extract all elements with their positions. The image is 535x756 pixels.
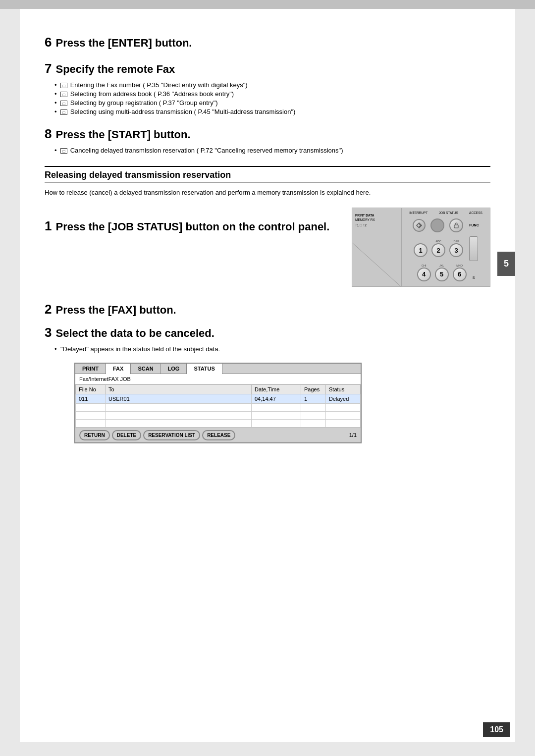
cp-left-panel: PRINT DATA MEMORY RX ↑1 □ ↑2	[352, 208, 402, 287]
svg-line-0	[352, 243, 402, 287]
step8-bullet-1: □ Canceling delayed transmission reserva…	[54, 147, 490, 154]
book-icon-5: □	[60, 148, 67, 154]
step3-bullets: "Delayed" appears in the status field of…	[54, 345, 490, 353]
step1-release-title: Press the [JOB STATUS] button on the con…	[55, 220, 329, 233]
col-date-time: Date,Time	[252, 384, 301, 394]
step3-release-title: Select the data to be canceled.	[55, 327, 214, 340]
book-icon-1: □	[60, 83, 67, 88]
cp-right-panel: INTERRUPT JOB STATUS ACCESS	[402, 208, 490, 287]
tab-fax[interactable]: FAX	[106, 364, 131, 374]
job-status-label: JOB STATUS	[439, 211, 458, 215]
col-to: To	[106, 384, 252, 394]
status-table-body: 011 USER01 04,14:47 1 Delayed	[76, 394, 361, 427]
step7-number: 7	[45, 61, 52, 76]
key-1-button[interactable]: 1	[414, 243, 428, 257]
job-title: Fax/InternetFAX JOB	[75, 374, 361, 384]
row4-status	[326, 419, 361, 427]
step1-release-row: 1 Press the [JOB STATUS] button on the c…	[45, 208, 490, 287]
step3-release-number: 3	[45, 325, 52, 340]
func-button[interactable]	[469, 236, 478, 261]
step2-release-title: Press the [FAX] button.	[55, 304, 176, 317]
col-file-no: File No	[76, 384, 106, 394]
status-table-head: File No To Date,Time Pages Status	[76, 384, 361, 394]
key-2-button[interactable]: 2	[431, 243, 445, 257]
tab-print[interactable]: PRINT	[75, 364, 106, 374]
func-label: FUNC	[469, 223, 479, 227]
key-4-button[interactable]: 4	[417, 268, 431, 281]
status-tabs: PRINT FAX SCAN LOG STATUS	[75, 364, 361, 374]
key-6-sub-top: MNO	[456, 264, 463, 267]
control-panel-image: PRINT DATA MEMORY RX ↑1 □ ↑2 INTERRUPT J…	[352, 208, 490, 287]
row1-to: USER01	[106, 394, 252, 403]
row2-date-time	[252, 403, 301, 411]
lock-icon	[453, 222, 460, 229]
cp-diagonal-svg	[352, 208, 402, 287]
access-label: ACCESS	[469, 211, 482, 215]
row1-status: Delayed	[326, 394, 361, 403]
releasing-section-title: Releasing delayed transmission reservati…	[45, 170, 490, 183]
row1-file-no: 011	[76, 394, 106, 403]
step7-title: Specify the remote Fax	[55, 63, 175, 76]
row2-pages	[301, 403, 326, 411]
key-3-sub-top: DEF	[454, 240, 459, 243]
row3-to	[106, 411, 252, 419]
key-6-button[interactable]: 6	[453, 268, 467, 281]
key-1-sub-top	[420, 240, 421, 243]
row4-date-time	[252, 419, 301, 427]
step8-heading: 8 Press the [START] button.	[45, 126, 490, 142]
step1-release-text: 1 Press the [JOB STATUS] button on the c…	[45, 208, 342, 239]
row3-date-time	[252, 411, 301, 419]
job-status-button[interactable]	[430, 218, 444, 232]
key-3-button[interactable]: 3	[449, 243, 463, 257]
return-button[interactable]: RETURN	[79, 430, 110, 440]
row4-pages	[301, 419, 326, 427]
book-icon-2: □	[60, 92, 67, 97]
table-row[interactable]: 011 USER01 04,14:47 1 Delayed	[76, 394, 361, 403]
access-button[interactable]	[449, 218, 463, 232]
page-number: 105	[483, 722, 510, 737]
step8-title: Press the [START] button.	[55, 128, 190, 141]
tab-scan[interactable]: SCAN	[131, 364, 160, 374]
interrupt-button[interactable]	[413, 219, 426, 232]
section-divider	[45, 166, 490, 167]
top-bar	[0, 0, 535, 9]
row4-to	[106, 419, 252, 427]
step3-release-heading: 3 Select the data to be canceled.	[45, 325, 490, 340]
table-row	[76, 411, 361, 419]
step2-release-heading: 2 Press the [FAX] button.	[45, 302, 490, 317]
step6-heading: 6 Press the [ENTER] button.	[45, 35, 490, 50]
row2-file-no	[76, 403, 106, 411]
delete-button[interactable]: DELETE	[112, 430, 141, 440]
step7-bullet-3: □ Selecting by group registration ( P.37…	[54, 99, 490, 107]
key-3-group: DEF 3	[449, 240, 463, 257]
row3-status	[326, 411, 361, 419]
key-6-group: MNO 6	[453, 264, 467, 281]
step8-bullets: □ Canceling delayed transmission reserva…	[54, 147, 490, 154]
key-5-button[interactable]: 5	[435, 268, 449, 281]
cp-buttons-row1: FUNC	[402, 218, 490, 232]
keypad-row1: 1 ABC 2 DEF 3	[402, 236, 490, 261]
reservation-list-button[interactable]: RESERVATION LIST	[143, 430, 200, 440]
section-number-tab: 5	[497, 252, 515, 276]
step8-number: 8	[45, 126, 52, 142]
tab-status[interactable]: STATUS	[187, 364, 222, 374]
table-row	[76, 419, 361, 427]
row4-file-no	[76, 419, 106, 427]
keypad-area: 1 ABC 2 DEF 3	[402, 236, 490, 281]
step1-release-heading: 1 Press the [JOB STATUS] button on the c…	[45, 218, 342, 234]
step7-bullet-1: □ Entering the Fax number ( P.35 "Direct…	[54, 81, 490, 89]
step3-bullet-1: "Delayed" appears in the status field of…	[54, 345, 490, 353]
key-2-group: ABC 2	[431, 240, 445, 257]
step7-bullets: □ Entering the Fax number ( P.35 "Direct…	[54, 81, 490, 115]
step7-bullet-2: □ Selecting from address book ( P.36 "Ad…	[54, 90, 490, 98]
release-button[interactable]: RELEASE	[202, 430, 235, 440]
tab-log[interactable]: LOG	[161, 364, 187, 374]
table-row	[76, 403, 361, 411]
cp-top-labels: INTERRUPT JOB STATUS ACCESS	[402, 208, 490, 216]
step2-release-number: 2	[45, 302, 52, 317]
releasing-intro: How to release (cancel) a delayed transm…	[45, 188, 490, 198]
row1-pages: 1	[301, 394, 326, 403]
status-bottom-buttons: RETURN DELETE RESERVATION LIST RELEASE	[79, 430, 235, 440]
step6-title: Press the [ENTER] button.	[55, 37, 192, 50]
s-label: S	[473, 276, 475, 279]
